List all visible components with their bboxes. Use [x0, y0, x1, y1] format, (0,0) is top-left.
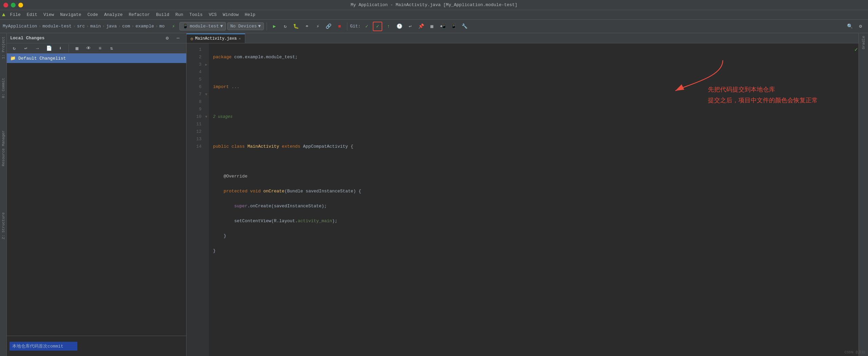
- fold-line-7[interactable]: ▼: [204, 91, 208, 98]
- menu-edit[interactable]: Edit: [24, 11, 40, 18]
- project-panel-label[interactable]: 1: Project: [1, 35, 6, 60]
- code-line-2: [213, 68, 854, 76]
- refresh-button[interactable]: ↻: [9, 44, 19, 53]
- menu-vcs[interactable]: VCS: [206, 11, 219, 18]
- git-push-button[interactable]: ↑: [384, 22, 393, 31]
- move-button[interactable]: →: [33, 44, 42, 53]
- commit-panel-label[interactable]: 0: Commit: [1, 77, 6, 99]
- eye-button[interactable]: 👁: [84, 44, 93, 53]
- editor-area: ◎ MainActivity.java ✕ 1 2 3 4 5 6 7 8 9 …: [187, 33, 859, 356]
- panel-commit-area: 本地仓库代码首次commit: [7, 336, 186, 356]
- code-editor[interactable]: 1 2 3 4 5 6 7 8 9 10 11 12 13 14 ▶: [187, 43, 859, 356]
- git-undo-button[interactable]: ↩: [405, 22, 415, 31]
- lightning-bolt-button[interactable]: ⚡: [169, 22, 178, 31]
- settings-button[interactable]: ⚙: [856, 22, 865, 31]
- import-dots: ...: [232, 83, 239, 91]
- shelve-button[interactable]: ⬇: [56, 44, 65, 53]
- menu-navigate[interactable]: Navigate: [57, 11, 84, 18]
- menu-code[interactable]: Code: [85, 11, 101, 18]
- fold-line-10[interactable]: ▼: [204, 113, 208, 121]
- editor-tabs: ◎ MainActivity.java ✕: [187, 33, 859, 43]
- fold-line-3[interactable]: ▶: [204, 61, 208, 68]
- code-content[interactable]: package com.example.module_test; import …: [209, 43, 859, 356]
- right-scrollbar-checkmark: ✓: [854, 46, 858, 53]
- breadcrumb-module-test[interactable]: module-test: [42, 24, 72, 29]
- menu-file[interactable]: File: [7, 11, 23, 18]
- run-button[interactable]: ▶: [270, 22, 279, 31]
- resource-panel-label[interactable]: Resource Manager: [1, 129, 6, 168]
- menu-help[interactable]: Help: [242, 11, 258, 18]
- avd-button[interactable]: 📱: [449, 22, 458, 31]
- structure-panel-label[interactable]: Z: Structure: [1, 211, 6, 240]
- editor-tab-mainactivity[interactable]: ◎ MainActivity.java ✕: [187, 34, 245, 43]
- breadcrumb-main[interactable]: main: [90, 24, 101, 29]
- undo-changes-button[interactable]: ↩: [21, 44, 31, 53]
- breadcrumb-src[interactable]: src: [77, 24, 85, 29]
- panel-title: Local Changes: [10, 36, 44, 41]
- protected-keyword: protected: [224, 188, 250, 195]
- git-history-button[interactable]: 🕐: [394, 22, 404, 31]
- panel-minimize-button[interactable]: ─: [173, 34, 183, 43]
- default-changelist-item[interactable]: 📁 Default Changelist: [7, 54, 186, 63]
- bookmark-button[interactable]: 📌: [416, 22, 426, 31]
- code-line-8: [213, 158, 854, 165]
- code-line-1: package com.example.module_test;: [213, 54, 854, 61]
- menu-build[interactable]: Build: [153, 11, 172, 18]
- menu-tools[interactable]: Tools: [187, 11, 205, 18]
- view-diff-button[interactable]: 📄: [44, 44, 54, 53]
- main-layout: 1: Project 0: Commit Resource Manager Z:…: [0, 33, 868, 356]
- setcv-close: );: [332, 217, 337, 225]
- debug-button[interactable]: 🐛: [291, 22, 301, 31]
- class-keyword: class: [232, 143, 248, 150]
- module-name: module-test: [190, 24, 219, 29]
- menu-window[interactable]: Window: [220, 11, 242, 18]
- commit-message-input[interactable]: 本地仓库代码首次commit: [9, 342, 77, 351]
- profile-button[interactable]: ⚡: [313, 22, 323, 31]
- indent-11: [213, 203, 234, 210]
- setcontentview: setContentView(R.layout.: [234, 217, 297, 225]
- search-everywhere-button[interactable]: 🔍: [845, 22, 854, 31]
- close-button[interactable]: ✕: [3, 3, 8, 7]
- panel-settings-button[interactable]: ⚙: [162, 34, 172, 43]
- minimize-button[interactable]: ─: [18, 3, 23, 7]
- menu-analyze[interactable]: Analyze: [101, 11, 126, 18]
- breadcrumb-mo[interactable]: mo: [159, 24, 165, 29]
- git-commit-button[interactable]: ✓: [373, 22, 382, 31]
- commit-text-value: 本地仓库代码首次commit: [12, 344, 63, 349]
- menu-view[interactable]: View: [41, 11, 57, 18]
- device-dropdown[interactable]: No Devices ▼: [227, 22, 264, 30]
- sdk-button[interactable]: 🔧: [460, 22, 469, 31]
- tab-close-button[interactable]: ✕: [239, 37, 241, 41]
- public-keyword: public: [213, 143, 232, 150]
- gradle-label[interactable]: Gradle: [861, 35, 866, 51]
- panel-toolbar: ↻ ↩ → 📄 ⬇ ▦ 👁 ≡ ⇅: [7, 43, 186, 54]
- breadcrumb-com[interactable]: com: [122, 24, 130, 29]
- filter-button[interactable]: ⇅: [107, 44, 116, 53]
- usages-hint: 2 usages: [213, 113, 233, 121]
- layout-button[interactable]: ▦: [427, 22, 437, 31]
- device-manager-button[interactable]: 📲: [438, 22, 447, 31]
- reload-button[interactable]: ↻: [281, 22, 290, 31]
- code-line-9: @Override: [213, 173, 854, 180]
- attach-button[interactable]: 🔗: [324, 22, 333, 31]
- maximize-button[interactable]: □: [11, 3, 16, 7]
- git-check-button[interactable]: ✓: [362, 22, 371, 31]
- module-icon: 📱: [182, 23, 188, 29]
- coverage-button[interactable]: ☂: [302, 22, 312, 31]
- module-dropdown[interactable]: 📱 module-test ▼: [179, 22, 226, 30]
- breadcrumb-myapplication[interactable]: MyApplication: [3, 24, 37, 29]
- menu-run[interactable]: Run: [173, 11, 186, 18]
- close-brace-13: }: [224, 232, 226, 240]
- code-line-10: protected void onCreate(Bundle savedInst…: [213, 188, 854, 195]
- group-by-button[interactable]: ▦: [72, 44, 82, 53]
- panel-header: Local Changes ⚙ ─: [7, 33, 186, 43]
- breadcrumb-java[interactable]: java: [106, 24, 117, 29]
- all-ok-icon: ✓: [854, 47, 858, 53]
- breadcrumb-example[interactable]: example: [135, 24, 154, 29]
- menu-refactor[interactable]: Refactor: [126, 11, 153, 18]
- breadcrumb-sep-7: ›: [155, 24, 158, 29]
- sort-button[interactable]: ≡: [95, 44, 105, 53]
- device-dropdown-arrow: ▼: [258, 24, 261, 29]
- panel-header-buttons: ⚙ ─: [162, 34, 183, 43]
- stop-button[interactable]: ■: [335, 22, 344, 31]
